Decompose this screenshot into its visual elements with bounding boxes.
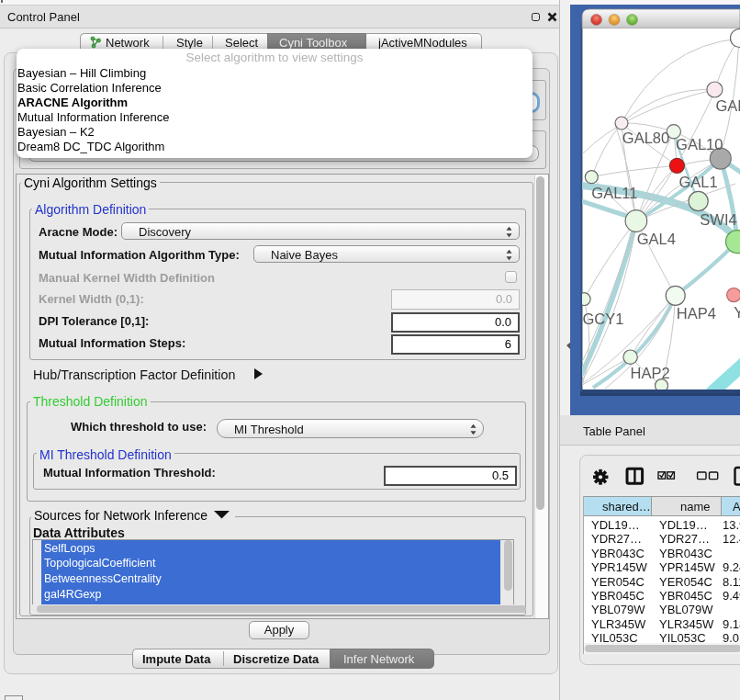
svg-text:GAL80: GAL80 [622, 130, 669, 146]
svg-text:GAL4: GAL4 [637, 231, 676, 247]
svg-text:GCY1: GCY1 [583, 310, 624, 327]
svg-text:SWI4: SWI4 [700, 211, 736, 228]
svg-text:GAL1: GAL1 [678, 174, 717, 190]
svg-text:GAL10: GAL10 [676, 136, 723, 152]
svg-text:Y: Y [734, 304, 740, 321]
svg-text:GAL11: GAL11 [591, 185, 637, 201]
svg-text:GAL: GAL [716, 97, 740, 114]
svg-text:HAP4: HAP4 [677, 305, 716, 322]
svg-text:HAP2: HAP2 [631, 365, 670, 381]
